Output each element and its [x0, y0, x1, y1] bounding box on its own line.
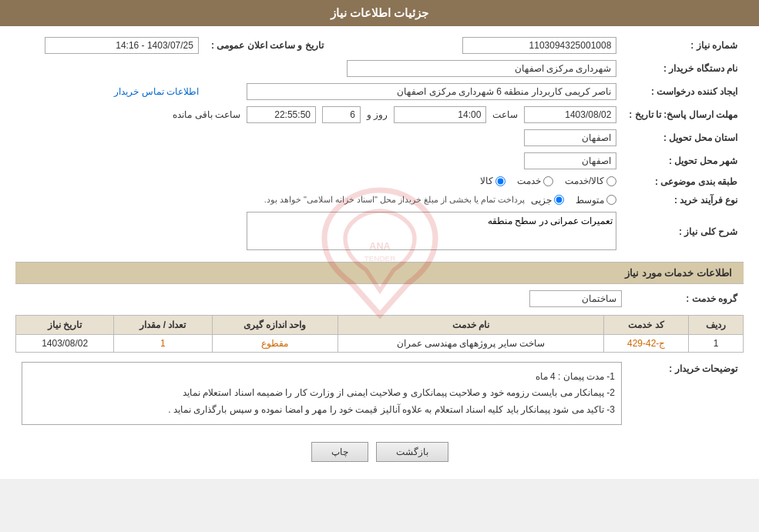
notes-row: توضیحات خریدار : 1- مدت پیمان : 4 ماه2- … [15, 359, 744, 429]
province-label: استان محل تحویل : [623, 126, 744, 149]
contact-link[interactable]: اطلاعات تماس خریدار [114, 86, 199, 97]
button-row: بازگشت چاپ [15, 433, 744, 471]
date-value: 1403/08/02 [524, 106, 616, 123]
remaining-value: 22:55:50 [247, 106, 316, 123]
col-code: کد خدمت [604, 315, 689, 334]
notes-box: 1- مدت پیمان : 4 ماه2- پیمانکار می بایست… [22, 362, 622, 426]
time-value: 14:00 [394, 106, 486, 123]
creator-row: ایجاد کننده درخواست : ناصر کریمی کاربردا… [15, 80, 744, 103]
city-row: شهر محل تحویل : اصفهان [15, 149, 744, 172]
services-table-body: 1 ج-42-429 ساخت سایر پروژههای مهندسی عمر… [16, 334, 744, 352]
city-value: اصفهان [524, 152, 616, 169]
label-khedmat: خدمت [517, 176, 541, 186]
cell-name: ساخت سایر پروژههای مهندسی عمران [338, 334, 604, 352]
send-date-label: مهلت ارسال پاسخ: تا تاریخ : [623, 103, 744, 126]
purchase-type-row: نوع فرآیند خرید : متوسط جزیی [15, 192, 744, 209]
days-value: 6 [322, 106, 361, 123]
cell-unit: مقطوع [212, 334, 338, 352]
cell-row: 1 [688, 334, 743, 352]
category-option-khedmat: خدمت [517, 176, 553, 186]
description-label: شرح کلی نیاز : [623, 209, 744, 256]
col-unit: واحد اندازه گیری [212, 315, 338, 334]
creator-label: ایجاد کننده درخواست : [623, 80, 744, 103]
radio-kala-khedmat[interactable] [606, 176, 616, 186]
purchase-type-option-jozii: جزیی [531, 195, 564, 206]
cell-code: ج-42-429 [604, 334, 689, 352]
purchase-type-note: پرداخت تمام یا بخشی از مبلغ خریداز محل "… [264, 195, 526, 205]
requester-org-value: شهرداری مرکزی اصفهان [347, 60, 616, 77]
services-table-header: ردیف کد خدمت نام خدمت واحد اندازه گیری ت… [16, 315, 744, 334]
category-row: طبقه بندی موضوعی : کالا/خدمت خدمت [15, 172, 744, 192]
category-label: طبقه بندی موضوعی : [623, 172, 744, 192]
cell-date: 1403/08/02 [16, 334, 114, 352]
description-textarea[interactable]: تعمیرات عمرانی در سطح منطقه [247, 212, 616, 250]
purchase-type-label: نوع فرآیند خرید : [623, 192, 744, 209]
label-mutawassit: متوسط [576, 195, 604, 206]
need-number-label: شماره نیاز : [623, 34, 744, 57]
requester-org-row: نام دستگاه خریدار : شهرداری مرکزی اصفهان [15, 57, 744, 80]
province-value: اصفهان [524, 129, 616, 146]
announce-label: تاریخ و ساعت اعلان عمومی : [205, 34, 330, 57]
page-title: جزئیات اطلاعات نیاز [331, 6, 428, 19]
notes-line: 1- مدت پیمان : 4 ماه [29, 369, 615, 386]
remaining-label: ساعت باقی مانده [173, 109, 240, 120]
col-date: تاریخ نیاز [16, 315, 114, 334]
group-service-table: گروه خدمت : ساختمان [15, 287, 744, 310]
days-label: روز و [367, 109, 388, 120]
page-header: جزئیات اطلاعات نیاز [0, 0, 759, 26]
table-row: 1 ج-42-429 ساخت سایر پروژههای مهندسی عمر… [16, 334, 744, 352]
back-button[interactable]: بازگشت [376, 442, 448, 462]
category-option-kala-khedmat: کالا/خدمت [565, 176, 616, 186]
services-section-header: اطلاعات خدمات مورد نیاز [15, 262, 744, 284]
purchase-type-inline: متوسط جزیی پرداخت تمام یا بخشی از مبلغ خ… [22, 195, 616, 206]
send-date-inline: 1403/08/02 ساعت 14:00 روز و 6 22:55:50 س… [22, 106, 616, 123]
notes-label: توضیحات خریدار : [628, 359, 744, 429]
purchase-type-radio-group: متوسط جزیی [531, 195, 616, 206]
province-row: استان محل تحویل : اصفهان [15, 126, 744, 149]
label-jozii: جزیی [531, 195, 552, 206]
cell-quantity: 1 [114, 334, 212, 352]
col-quantity: تعداد / مقدار [114, 315, 212, 334]
requester-org-label: نام دستگاه خریدار : [623, 57, 744, 80]
time-label: ساعت [492, 109, 518, 120]
print-button[interactable]: چاپ [311, 442, 368, 462]
label-kala-khedmat: کالا/خدمت [565, 176, 604, 186]
announce-value: 1403/07/25 - 14:16 [45, 37, 199, 54]
creator-value: ناصر کریمی کاربردار منطقه 6 شهرداری مرکز… [247, 83, 616, 100]
send-date-row: مهلت ارسال پاسخ: تا تاریخ : 1403/08/02 س… [15, 103, 744, 126]
group-service-value: ساختمان [529, 290, 622, 307]
category-radio-group: کالا/خدمت خدمت کالا [480, 176, 616, 186]
main-info-table: شماره نیاز : 1103094325001008 تاریخ و سا… [15, 34, 744, 256]
services-header-row: ردیف کد خدمت نام خدمت واحد اندازه گیری ت… [16, 315, 744, 334]
col-name: نام خدمت [338, 315, 604, 334]
notes-line: 2- پیمانکار می بایست رزومه خود و صلاحیت … [29, 385, 615, 402]
category-option-kala: کالا [480, 176, 505, 186]
notes-table: توضیحات خریدار : 1- مدت پیمان : 4 ماه2- … [15, 359, 744, 429]
radio-kala[interactable] [495, 176, 505, 186]
need-number-row: شماره نیاز : 1103094325001008 تاریخ و سا… [15, 34, 744, 57]
purchase-type-option-mutawassit: متوسط [576, 195, 616, 206]
notes-line: 3- تاکید می شود پیمانکار باید کلیه اسناد… [29, 402, 615, 419]
radio-khedmat[interactable] [543, 176, 553, 186]
need-number-value: 1103094325001008 [462, 37, 616, 54]
description-row: شرح کلی نیاز : تعمیرات عمرانی در سطح منط… [15, 209, 744, 256]
city-label: شهر محل تحویل : [623, 149, 744, 172]
group-service-row: گروه خدمت : ساختمان [15, 287, 744, 310]
group-service-label: گروه خدمت : [628, 287, 744, 310]
col-row: ردیف [688, 315, 743, 334]
radio-jozii[interactable] [554, 195, 564, 205]
services-section-title: اطلاعات خدمات مورد نیاز [625, 267, 732, 279]
radio-mutawassit[interactable] [606, 195, 616, 205]
label-kala: کالا [480, 176, 493, 186]
services-table: ردیف کد خدمت نام خدمت واحد اندازه گیری ت… [15, 315, 744, 353]
